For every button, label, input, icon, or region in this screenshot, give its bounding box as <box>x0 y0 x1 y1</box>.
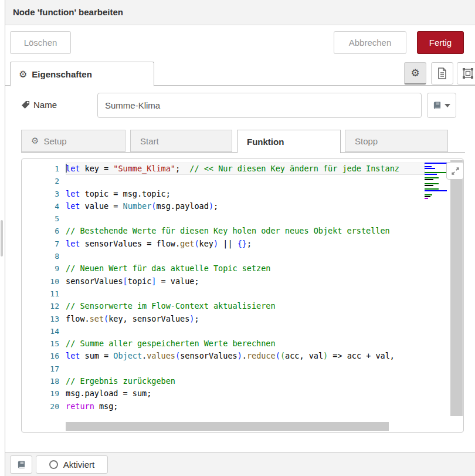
line-number: 13 <box>22 313 59 325</box>
cancel-button[interactable]: Abbrechen <box>334 31 406 54</box>
gear-icon: ⚙ <box>31 136 39 146</box>
tab-setup[interactable]: ⚙ Setup <box>21 130 125 152</box>
chevron-down-icon <box>445 104 450 107</box>
code-editor[interactable]: 1234567891011121314151617181920 let key … <box>21 158 464 433</box>
line-number: 19 <box>22 387 59 400</box>
line-number: 5 <box>22 212 59 225</box>
line-number: 20 <box>22 400 59 413</box>
line-number: 18 <box>22 375 59 387</box>
tab-funktion-label: Funktion <box>247 137 284 147</box>
tab-setup-label: Setup <box>43 136 66 146</box>
code-line[interactable]: // Ergebnis zurückgeben <box>66 375 425 387</box>
line-number: 14 <box>22 325 59 337</box>
group-icon <box>462 67 474 79</box>
code-line[interactable]: sensorValues[topic] = value; <box>66 275 425 288</box>
type-select-button[interactable] <box>427 93 456 118</box>
code-line[interactable] <box>66 212 425 225</box>
code-line[interactable]: // Bestehende Werte für diesen Key holen… <box>66 225 425 237</box>
line-number: 1 <box>22 163 59 175</box>
done-button[interactable]: Fertig <box>417 31 464 54</box>
status-circle-icon <box>49 460 58 469</box>
code-line[interactable]: return msg; <box>66 400 425 413</box>
expand-editor-button[interactable] <box>446 162 464 180</box>
dialog-header: Node 'function' bearbeiten <box>5 0 475 25</box>
code-line[interactable]: flow.set(key, sensorValues); <box>66 313 425 325</box>
line-number: 3 <box>22 188 59 200</box>
enabled-toggle-button[interactable]: Aktiviert <box>36 455 108 474</box>
expand-icon <box>450 166 460 176</box>
tab-properties-label: Eigenschaften <box>32 69 92 79</box>
enabled-label: Aktiviert <box>63 460 94 470</box>
properties-icon-button[interactable]: ⚙ <box>404 62 426 85</box>
line-number: 7 <box>22 238 59 250</box>
code-gutter: 1234567891011121314151617181920 <box>22 163 59 413</box>
code-line[interactable]: // Neuen Wert für das aktuelle Topic set… <box>66 262 425 275</box>
dialog-title: Node 'function' bearbeiten <box>13 7 123 17</box>
code-line[interactable]: // Summe aller gespeicherten Werte berec… <box>66 337 425 350</box>
tab-properties[interactable]: ⚙ Eigenschaften <box>10 62 154 86</box>
tab-start[interactable]: Start <box>130 130 232 152</box>
gear-icon: ⚙ <box>19 69 27 80</box>
vertical-scrollbar[interactable] <box>450 160 463 416</box>
node-edit-dialog: Node 'function' bearbeiten Löschen Abbre… <box>0 0 475 476</box>
function-tab-bar: ⚙ Setup Start Funktion Stopp <box>5 130 475 153</box>
tab-start-label: Start <box>140 136 159 146</box>
code-line[interactable]: msg.payload = sum; <box>66 387 425 400</box>
appearance-icon-button[interactable] <box>457 62 475 85</box>
code-line[interactable]: // Sensorwerte im Flow-Context aktualisi… <box>66 300 425 312</box>
line-number: 10 <box>22 275 59 288</box>
line-number: 6 <box>22 225 59 237</box>
code-line[interactable] <box>66 175 425 187</box>
code-line[interactable]: let sum = Object.values(sensorValues).re… <box>66 350 425 362</box>
minimap[interactable] <box>425 162 449 200</box>
line-number: 17 <box>22 363 59 375</box>
line-number: 4 <box>22 200 59 212</box>
code-lines[interactable]: let key = "Summe_Klima"; // << Nur diese… <box>66 163 425 413</box>
code-line[interactable]: let sensorValues = flow.get(key) || {}; <box>66 238 425 250</box>
code-line[interactable] <box>66 325 425 337</box>
name-label-group: Name <box>21 100 57 110</box>
library-button[interactable] <box>10 455 32 474</box>
line-number: 8 <box>22 250 59 262</box>
book-icon <box>433 101 442 110</box>
line-number: 15 <box>22 337 59 350</box>
name-field-row: Name <box>5 93 475 119</box>
tray-tab-bar: ⚙ Eigenschaften ⚙ <box>5 60 475 86</box>
tab-stopp[interactable]: Stopp <box>345 130 448 152</box>
code-line[interactable]: let key = "Summe_Klima"; // << Nur diese… <box>66 163 425 175</box>
tag-icon <box>21 100 30 109</box>
tab-stopp-label: Stopp <box>355 136 378 146</box>
line-number: 16 <box>22 350 59 362</box>
document-icon <box>437 67 447 79</box>
code-line[interactable]: let topic = msg.topic; <box>66 188 425 200</box>
tray-footer: Aktiviert <box>5 452 475 476</box>
tab-funktion[interactable]: Funktion <box>237 130 341 153</box>
line-number: 12 <box>22 300 59 312</box>
tray-resize-handle[interactable] <box>1 220 3 256</box>
code-line[interactable]: let value = Number(msg.payload); <box>66 200 425 212</box>
minimap-line <box>425 198 449 200</box>
gear-icon: ⚙ <box>410 67 419 79</box>
name-label: Name <box>33 100 57 110</box>
code-line[interactable] <box>66 250 425 262</box>
line-number: 9 <box>22 262 59 275</box>
line-number: 2 <box>22 175 59 187</box>
code-line[interactable] <box>66 288 425 300</box>
description-icon-button[interactable] <box>431 62 453 85</box>
code-line[interactable] <box>66 363 425 375</box>
book-icon <box>17 460 26 470</box>
line-number: 11 <box>22 288 59 300</box>
name-input[interactable] <box>97 93 422 118</box>
delete-button[interactable]: Löschen <box>10 31 71 54</box>
horizontal-scrollbar[interactable] <box>66 422 389 431</box>
edit-tray: Node 'function' bearbeiten Löschen Abbre… <box>5 0 475 476</box>
